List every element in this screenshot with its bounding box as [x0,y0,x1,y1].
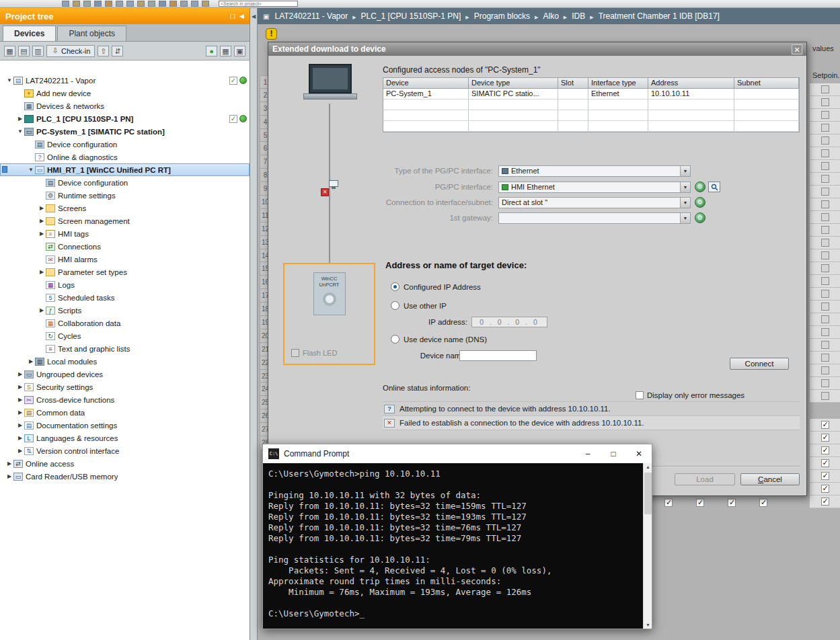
radio-other-ip[interactable]: Use other IP [391,301,447,310]
column-header[interactable]: Subnet [734,78,799,89]
checkbox-icon[interactable] [821,303,829,311]
load-button[interactable]: Load [675,473,735,485]
tree-item-online-access[interactable]: ▶⇄Online access [0,457,250,470]
checkbox-icon[interactable] [821,354,829,362]
tree-item-device-configuration[interactable]: ▤Device configuration [0,176,250,189]
checkbox-icon[interactable] [821,341,829,349]
checkbox-checked-icon[interactable] [696,499,704,507]
table-view-icon[interactable]: ▦ [220,46,231,56]
expander-icon[interactable]: ▶ [16,116,24,122]
gateway-select[interactable]: ▼ [498,212,691,224]
cancel-button[interactable]: Cancel [740,473,800,485]
breadcrumb-item[interactable]: LAT2402211 - Vapor [274,11,348,21]
tab-plant-objects[interactable]: Plant objects [57,26,126,41]
connection-subnet-select[interactable]: Direct at slot " ▼ [498,197,691,208]
tree-item-device-configuration[interactable]: ▤Device configuration [0,138,250,151]
checkbox-checked-icon[interactable] [821,446,829,454]
breadcrumb-item[interactable]: PLC_1 [CPU 1510SP-1 PN] [361,11,461,21]
checkbox-icon[interactable] [821,200,829,208]
checkbox-icon[interactable] [821,277,829,285]
expander-icon[interactable]: ▶ [16,397,24,403]
close-element-icon[interactable]: ▥ [32,46,44,56]
breadcrumb-item[interactable]: Alko [543,11,559,21]
undo-icon[interactable] [116,1,123,7]
checkbox-icon[interactable] [821,290,829,298]
checkbox-icon[interactable] [291,349,299,357]
table-row[interactable] [383,99,799,110]
checkbox-checked-icon[interactable] [821,472,829,480]
interface-properties-icon[interactable]: ⚙ [695,182,705,192]
checkbox-icon[interactable] [821,226,829,234]
expander-icon[interactable]: ▼ [27,167,35,173]
upload-from-device-icon[interactable] [159,1,166,7]
checkbox-icon[interactable] [821,85,829,93]
gateway-properties-icon[interactable]: ⚙ [695,212,705,223]
checkbox-icon[interactable] [821,162,829,170]
checkbox-icon[interactable] [821,213,829,221]
tree-item-scheduled-tasks[interactable]: 5Scheduled tasks [0,291,250,304]
tree-item-connections[interactable]: ⇄Connections [0,240,250,253]
dropdown-arrow-icon[interactable]: ▼ [680,213,690,223]
close-button[interactable]: ✕ [626,444,652,463]
command-prompt-titlebar[interactable]: C:\ Command Prompt – □ ✕ [263,444,652,463]
radio-button-icon[interactable] [391,282,399,291]
start-simulation-icon[interactable] [169,1,177,7]
flash-led-checkbox[interactable]: Flash LED [291,349,337,357]
checkbox-checked-icon[interactable] [821,459,829,467]
redo-icon[interactable] [126,1,134,7]
table-row[interactable] [383,110,799,121]
checkbox-icon[interactable] [821,175,829,183]
expander-icon[interactable]: ▶ [27,358,35,364]
checkbox-icon[interactable] [821,124,829,132]
expander-icon[interactable]: ▶ [38,205,46,211]
radio-device-name-dns[interactable]: Use device name (DNS) [391,335,487,344]
diagnostics-icon[interactable] [202,1,209,7]
tree-item-online-diagnostics[interactable]: ?Online & diagnostics [0,151,250,163]
maximize-button[interactable]: □ [601,444,626,463]
filter-icon[interactable]: ▦ [4,46,15,56]
device-name-input[interactable] [459,350,537,361]
tree-item-pc-system-1-simatic-pc-station[interactable]: ▼▭PC-System_1 [SIMATIC PC station] [0,125,250,138]
expander-icon[interactable]: ▶ [16,435,24,441]
tree-item-lat2402211-vapor[interactable]: ▼▤LAT2402211 - Vapor✓ [0,74,250,87]
copy-icon[interactable] [94,1,102,7]
expander-icon[interactable]: ▶ [16,448,24,454]
checkbox-icon[interactable] [821,111,829,119]
checkbox-checked-icon[interactable] [728,499,736,507]
terminal-text[interactable]: C:\Users\Gymotech>ping 10.10.10.11 Pingi… [263,463,643,629]
expander-icon[interactable]: ▶ [38,218,46,224]
checkbox-icon[interactable] [821,264,829,272]
expander-icon[interactable]: ▶ [16,371,24,377]
checkout-icon[interactable]: ⇧ [98,46,109,56]
checkbox-checked-icon[interactable] [821,497,829,506]
tree-item-documentation-settings[interactable]: ▶▤Documentation settings [0,419,250,432]
open-element-icon[interactable]: ▤ [18,46,30,56]
dropdown-arrow-icon[interactable]: ▼ [680,182,690,192]
checkbox-icon[interactable] [821,379,829,387]
checkbox-icon[interactable] [821,188,829,196]
panel-splitter[interactable]: ◀ [250,8,258,640]
dialog-titlebar[interactable]: Extended download to device ✕ [268,42,806,56]
checkin-button[interactable]: ⇩Check-in [46,45,95,57]
column-header[interactable]: Slot [558,78,588,89]
print-icon[interactable] [73,1,80,7]
expander-icon[interactable]: ▶ [5,473,13,479]
checkbox-icon[interactable] [821,315,829,323]
checkbox-icon[interactable] [821,239,829,247]
checkbox-icon[interactable] [821,251,829,259]
tree-item-languages-resources[interactable]: ▶LLanguages & resources [0,432,250,444]
tree-item-hmi-alarms[interactable]: ✉HMI alarms [0,253,250,266]
checkbox-checked-icon[interactable] [821,434,829,442]
tree-item-scripts[interactable]: ▶ƒScripts [0,304,250,317]
collapse-panel-icon[interactable]: ◀ [239,13,244,19]
checkbox-icon[interactable] [636,391,644,399]
go-online-icon[interactable] [180,1,188,7]
checkbox-icon[interactable] [821,328,829,336]
expander-icon[interactable]: ▶ [38,307,46,313]
online-status-icon[interactable]: ● [206,46,217,56]
dropdown-arrow-icon[interactable]: ▼ [680,198,690,208]
breadcrumb-item[interactable]: Program blocks [474,11,530,21]
minimize-button[interactable]: – [575,444,601,463]
tree-item-add-new-device[interactable]: +Add new device [0,87,250,99]
table-row[interactable]: PC-System_1SIMATIC PC statio...Ethernet1… [383,89,799,99]
